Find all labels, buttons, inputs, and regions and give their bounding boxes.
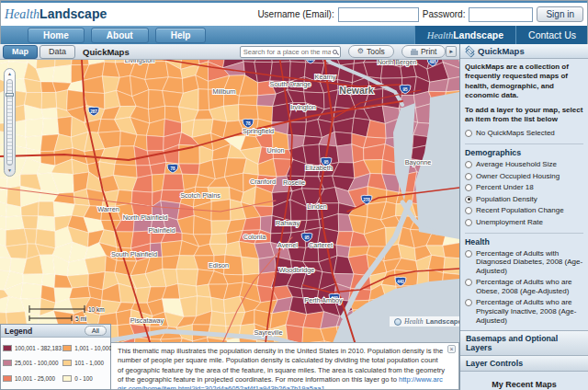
city-label: Bayonne (405, 158, 431, 166)
zoom-slider-handle[interactable] (6, 93, 14, 97)
layer-description-text: This thematic map illustrates the popula… (118, 347, 445, 384)
tools-label: Tools (367, 47, 385, 56)
city-label: Avenel (277, 241, 298, 249)
accordion-basemaps-and-optional-layers[interactable]: Basemaps and Optional Layers (460, 330, 588, 356)
quickmap-option[interactable]: Percentage of Adults who are Obese, 2008… (465, 278, 583, 295)
city-label: Newark (339, 85, 374, 96)
quickmap-option[interactable]: No QuickMaps Selected (465, 129, 583, 138)
quickmap-option[interactable]: Percentage of Adults with Diagnosed Diab… (465, 249, 583, 276)
quickmap-option[interactable]: Percent Under 18 (465, 183, 583, 192)
legend-item: 0 - 100 (62, 371, 112, 386)
sign-in-button[interactable]: Sign in (537, 6, 583, 22)
main-content: 2872804959578789527895440440 LivingstonN… (0, 44, 588, 390)
quickmap-option-label: Unemployment Rate (476, 218, 543, 227)
quickmap-option[interactable]: Owner Occupied Housing (465, 172, 583, 181)
quickmaps-panel-body: QuickMaps are a collection of frequently… (460, 59, 588, 390)
nav-button-help[interactable]: Help (155, 28, 207, 43)
legend-swatch (62, 345, 72, 351)
quickmap-option-label: Population Density (476, 195, 537, 204)
radio-icon (465, 207, 472, 214)
quickmaps-panel-title: QuickMaps (478, 46, 525, 56)
quickmap-option-label: Percentage of Adults who are Obese, 2008… (476, 278, 583, 295)
quickmap-option-label: Recent Population Change (476, 206, 564, 215)
legend-item: 101 - 1,000 (62, 356, 112, 372)
globe-icon (394, 318, 401, 326)
close-icon[interactable]: × (447, 345, 456, 353)
tools-icon: ⚙ (357, 48, 364, 55)
city-label: Springfield (243, 127, 274, 135)
search-icon (333, 50, 337, 54)
accordion-layer-controls[interactable]: Layer Controls (460, 356, 588, 372)
radio-icon (465, 184, 472, 191)
quickmap-option-label: Percentage of Adults who are Physically … (476, 298, 583, 325)
radio-icon (465, 196, 472, 203)
legend-item: 1,001 - 10,000 (62, 340, 112, 356)
city-label: North Plainfield (123, 213, 168, 222)
nav-items: HomeAboutHelp (0, 26, 206, 44)
quickmap-option[interactable]: Unemployment Rate (465, 218, 583, 227)
radio-icon (465, 219, 472, 226)
radio-icon (465, 299, 472, 306)
city-label: Millburn (212, 87, 235, 96)
quickmap-option-label: No QuickMaps Selected (476, 129, 555, 138)
legend-panel: Legend All 100,001 - 382,18325,001 - 100… (0, 324, 111, 390)
legend-item: 25,001 - 100,000 (3, 356, 62, 372)
tab-map[interactable]: Map (3, 45, 38, 59)
quickmap-option[interactable]: Average Household Size (465, 160, 583, 169)
nav-right: HealthLandscape Contact Us (414, 26, 588, 44)
quickmap-option-label: Percentage of Adults with Diagnosed Diab… (476, 249, 583, 276)
printer-icon (411, 51, 418, 55)
map-attribution: HealthLandscape (390, 316, 459, 327)
nav-button-about[interactable]: About (91, 28, 149, 43)
city-label: Colonia (243, 233, 266, 241)
tab-data[interactable]: Data (40, 45, 75, 59)
print-label: Print (421, 47, 436, 56)
quickmap-option-label: Average Household Size (476, 160, 557, 169)
radio-icon (465, 279, 472, 286)
quickmaps-panel-header[interactable]: QuickMaps (460, 44, 588, 59)
city-label: Perth Amboy (304, 296, 343, 304)
city-label: Kearny (315, 73, 336, 81)
legend-all-button[interactable]: All (85, 326, 107, 336)
svg-text:278: 278 (363, 198, 370, 202)
city-label: Elizabeth (305, 164, 333, 172)
contact-us-link[interactable]: Contact Us (515, 26, 588, 44)
attribution-landscape: Landscape (425, 317, 459, 326)
quickmaps-intro-1: QuickMaps are a collection of frequently… (465, 63, 583, 101)
quickmap-option[interactable]: Recent Population Change (465, 206, 583, 215)
legend-swatch (3, 360, 12, 366)
zoom-out-icon[interactable]: ▼ (7, 167, 12, 174)
quickmap-option[interactable]: Percentage of Adults who are Physically … (465, 298, 583, 325)
nav-button-home[interactable]: Home (28, 28, 85, 43)
city-label: Union (267, 146, 285, 155)
nav-brand-health: Health (427, 30, 454, 40)
nav-brand-link[interactable]: HealthLandscape (414, 26, 515, 44)
password-input[interactable] (469, 7, 533, 22)
zoom-track[interactable] (6, 79, 13, 166)
sidebar-accordions: Basemaps and Optional LayersLayer Contro… (460, 330, 588, 372)
city-label: Irvington (290, 103, 316, 111)
city-label: Linden (307, 202, 327, 211)
radio-icon (465, 130, 472, 137)
city-label: South Plainfield (111, 250, 157, 258)
quickmaps-sidebar: QuickMaps QuickMaps are a collection of … (459, 44, 588, 390)
app-logo: HealthLandscape (5, 6, 107, 22)
tools-button[interactable]: ⚙ Tools (348, 45, 394, 58)
login-area: Username (Email): Password: Sign in (257, 6, 583, 22)
search-input[interactable] (243, 48, 331, 56)
print-button[interactable]: Print (401, 45, 446, 58)
main-nav: HomeAboutHelp HealthLandscape Contact Us (0, 26, 588, 44)
radio-icon (465, 161, 472, 168)
sidebar-collapse-button[interactable]: ► (446, 46, 457, 57)
svg-text:495: 495 (429, 60, 436, 64)
scale-mi-label: 5 mi (75, 315, 86, 322)
username-input[interactable] (338, 7, 419, 22)
legend-swatch (62, 360, 72, 366)
city-label: Cranford (250, 178, 276, 186)
svg-text:440: 440 (397, 280, 404, 284)
legend-item: 10,001 - 25,000 (3, 371, 62, 386)
svg-text:95: 95 (304, 235, 310, 240)
quickmap-option[interactable]: Population Density (465, 195, 583, 204)
zoom-in-icon[interactable]: ▲ (7, 71, 12, 77)
radio-icon (465, 250, 472, 258)
